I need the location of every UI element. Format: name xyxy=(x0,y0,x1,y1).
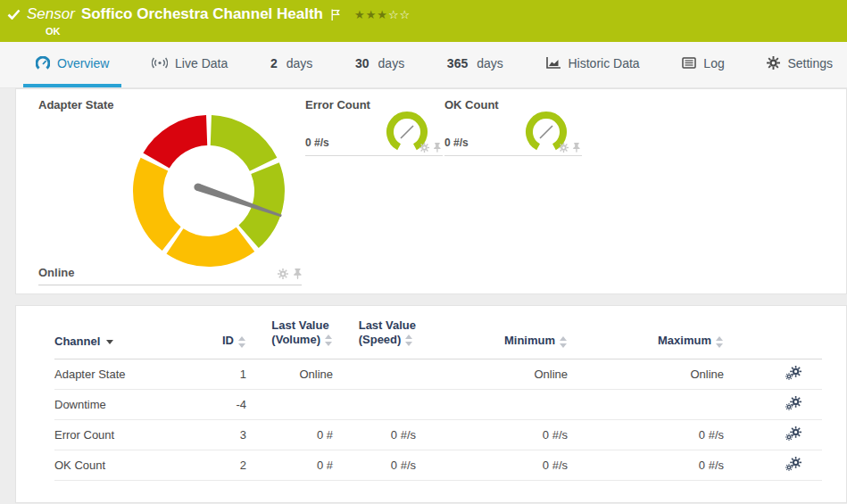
tab-label: Historic Data xyxy=(569,56,640,70)
cell-channel: OK Count xyxy=(54,450,188,480)
cell-maximum: Online xyxy=(568,359,724,389)
channels-table-panel: Channel ID Last Value (Volume) Last Valu… xyxy=(15,305,847,503)
stars-empty[interactable]: ☆☆ xyxy=(388,8,411,21)
tab-historic-data[interactable]: Historic Data xyxy=(534,42,652,87)
gauge-value: 0 #/s xyxy=(444,136,469,149)
cell-last-value-speed: 0 #/s xyxy=(333,419,416,450)
cell-id: -4 xyxy=(188,389,246,419)
cell-channel: Downtime xyxy=(54,389,188,419)
column-header-actions xyxy=(724,318,822,359)
table-row: Error Count 3 0 # 0 #/s 0 #/s 0 #/s xyxy=(54,419,822,450)
channel-settings-icon[interactable] xyxy=(785,396,801,410)
cell-last-value-speed xyxy=(333,389,416,419)
cell-last-value-volume: Online xyxy=(246,359,333,389)
tab-2-days[interactable]: 2 days xyxy=(258,42,325,87)
cell-channel: Adapter State xyxy=(54,359,188,389)
status-check-icon xyxy=(7,9,21,20)
gauge-title: Adapter State xyxy=(38,98,302,112)
cell-id: 3 xyxy=(188,419,246,450)
log-icon xyxy=(682,57,696,69)
gear-icon[interactable] xyxy=(559,143,569,153)
flag-icon[interactable] xyxy=(331,9,341,21)
cell-id: 1 xyxy=(188,359,246,389)
column-header-maximum[interactable]: Maximum xyxy=(568,318,724,359)
tab-30-days[interactable]: 30 days xyxy=(343,42,417,87)
pin-icon[interactable] xyxy=(572,143,580,153)
priority-stars[interactable]: ★★★☆☆ xyxy=(354,8,411,21)
gauges-panel: Adapter State Online Error Count 0 #/s xyxy=(15,88,847,294)
pin-icon[interactable] xyxy=(433,143,441,153)
cell-minimum: 0 #/s xyxy=(416,419,568,450)
stars-filled[interactable]: ★★★ xyxy=(354,8,388,21)
column-header-minimum[interactable]: Minimum xyxy=(416,318,568,359)
sensor-title: Soffico Orchestra Channel Health xyxy=(81,5,323,23)
sort-icon xyxy=(405,335,413,346)
tab-number: 365 xyxy=(447,56,468,70)
sensor-status: OK xyxy=(46,26,847,37)
tab-365-days[interactable]: 365 days xyxy=(435,42,516,87)
cell-last-value-speed xyxy=(333,359,416,389)
cell-last-value-volume: 0 # xyxy=(246,419,333,450)
tab-label: days xyxy=(286,56,313,70)
pin-icon[interactable] xyxy=(293,269,302,279)
column-header-id[interactable]: ID xyxy=(188,318,246,359)
sensor-type-label: Sensor xyxy=(27,5,75,23)
cell-maximum xyxy=(568,389,724,419)
sort-icon xyxy=(560,336,568,348)
column-header-last-value-volume[interactable]: Last Value (Volume) xyxy=(246,318,333,359)
gear-icon[interactable] xyxy=(278,269,288,279)
table-header-row: Channel ID Last Value (Volume) Last Valu… xyxy=(54,318,822,359)
sensor-banner: Sensor Soffico Orchestra Channel Health … xyxy=(0,0,847,42)
tab-label: Live Data xyxy=(175,56,228,70)
tab-label: Settings xyxy=(787,56,833,70)
tab-number: 30 xyxy=(355,56,370,70)
sort-icon xyxy=(716,336,724,348)
gear-icon[interactable] xyxy=(419,143,429,153)
table-row: OK Count 2 0 # 0 #/s 0 #/s 0 #/s xyxy=(54,450,822,480)
channel-settings-icon[interactable] xyxy=(785,366,801,380)
cell-maximum: 0 #/s xyxy=(568,450,724,480)
gauge-icon xyxy=(36,56,50,70)
gauge-value: 0 #/s xyxy=(305,136,329,149)
cell-minimum: 0 #/s xyxy=(416,450,568,480)
cell-channel: Error Count xyxy=(54,419,188,450)
cell-minimum xyxy=(416,389,568,419)
tab-number: 2 xyxy=(270,56,278,70)
table-row: Adapter State 1 Online Online Online xyxy=(54,359,822,389)
tab-label: Overview xyxy=(57,56,109,70)
cell-minimum: Online xyxy=(416,359,568,389)
tab-label: Log xyxy=(703,56,724,70)
channel-settings-icon[interactable] xyxy=(785,426,801,441)
sort-icon xyxy=(238,336,246,348)
tab-settings[interactable]: Settings xyxy=(754,42,845,87)
column-header-last-value-speed[interactable]: Last Value (Speed) xyxy=(333,318,416,359)
tab-label: days xyxy=(477,56,503,70)
column-header-channel[interactable]: Channel xyxy=(54,318,188,359)
ok-count-gauge-block: OK Count 0 #/s xyxy=(444,98,582,156)
table-row: Downtime -4 xyxy=(54,389,822,419)
channels-table: Channel ID Last Value (Volume) Last Valu… xyxy=(54,318,822,481)
cell-last-value-volume xyxy=(246,389,333,419)
cell-last-value-volume: 0 # xyxy=(246,450,333,480)
adapter-state-gauge xyxy=(132,114,286,268)
channel-settings-icon[interactable] xyxy=(785,457,801,471)
tab-bar: Overview Live Data 2 days 30 days 365 da… xyxy=(0,42,847,88)
gear-icon xyxy=(767,56,780,70)
cell-maximum: 0 #/s xyxy=(568,419,724,450)
tab-live-data[interactable]: Live Data xyxy=(139,42,240,87)
live-data-icon xyxy=(152,56,168,70)
tab-overview[interactable]: Overview xyxy=(23,42,121,87)
tab-label: days xyxy=(378,56,405,70)
sort-desc-icon xyxy=(106,340,113,344)
error-count-gauge-block: Error Count 0 #/s xyxy=(305,98,443,156)
cell-last-value-speed: 0 #/s xyxy=(333,450,416,480)
gauge-value: Online xyxy=(38,266,74,279)
area-chart-icon xyxy=(546,57,561,69)
sort-icon xyxy=(325,335,333,346)
tab-log[interactable]: Log xyxy=(669,42,736,87)
cell-id: 2 xyxy=(188,450,246,480)
